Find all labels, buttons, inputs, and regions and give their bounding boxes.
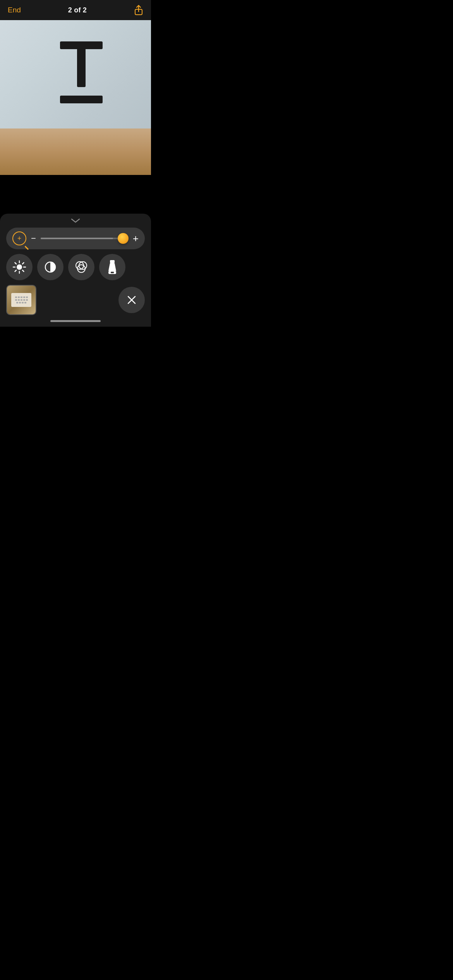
thumb-key-row-2 [15, 299, 28, 301]
image-thumbnail[interactable] [6, 285, 36, 315]
nav-title: 2 of 2 [68, 6, 87, 14]
brightness-button[interactable] [6, 254, 33, 280]
thumbnail-image [7, 286, 36, 314]
svg-rect-14 [110, 260, 115, 263]
thumb-keyboard-img [11, 293, 31, 307]
svg-line-8 [22, 263, 24, 264]
nav-bar: End 2 of 2 [0, 0, 151, 20]
i-beam-symbol [56, 41, 106, 103]
zoom-slider-track[interactable] [41, 238, 128, 239]
i-beam-top [60, 41, 103, 49]
zoom-slider-fill [41, 238, 113, 239]
thumb-key-row-1 [15, 296, 28, 298]
contrast-button[interactable] [37, 254, 63, 280]
home-bar [50, 320, 101, 322]
share-button[interactable] [134, 5, 143, 15]
svg-line-9 [15, 270, 17, 272]
zoom-plus-symbol: + [17, 235, 22, 242]
bottom-actions-row [0, 285, 151, 315]
home-indicator [0, 317, 151, 324]
i-beam-stem [77, 48, 86, 87]
color-filter-button[interactable] [68, 254, 94, 280]
svg-line-7 [22, 270, 24, 272]
brightness-icon [12, 260, 26, 274]
zoom-minus-button[interactable]: − [31, 233, 36, 243]
zoom-icon: + [12, 231, 26, 245]
close-icon [127, 296, 136, 304]
flashlight-button[interactable] [99, 254, 125, 280]
main-image-area [0, 20, 151, 175]
close-button[interactable] [118, 287, 145, 313]
zoom-slider-thumb[interactable] [118, 233, 129, 244]
svg-point-13 [77, 265, 85, 272]
filter-controls-row [0, 254, 151, 280]
thumb-key-row-3 [16, 302, 26, 303]
svg-line-6 [15, 263, 17, 264]
desk-surface [0, 128, 151, 175]
zoom-slider-row: + − + [6, 228, 145, 249]
i-beam-bottom [60, 96, 103, 103]
bottom-panel: + − + [0, 214, 151, 327]
svg-point-1 [17, 264, 22, 270]
flashlight-icon [107, 260, 118, 274]
end-button[interactable]: End [8, 6, 21, 14]
share-icon [134, 5, 143, 15]
contrast-icon [44, 261, 57, 273]
chevron-down-icon [69, 218, 82, 224]
panel-handle[interactable] [0, 218, 151, 224]
svg-rect-16 [111, 272, 114, 273]
color-filter-icon [74, 260, 88, 274]
zoom-plus-button[interactable]: + [133, 233, 139, 245]
